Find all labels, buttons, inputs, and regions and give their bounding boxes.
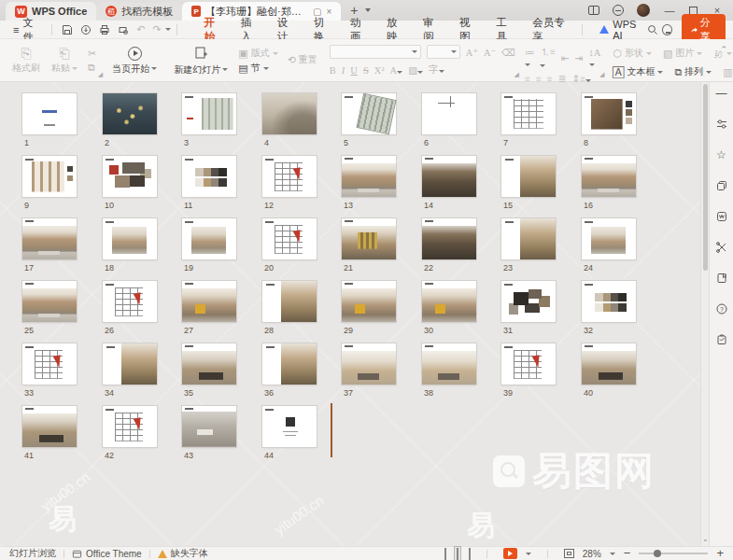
font-size-combo[interactable] [427, 45, 460, 59]
search-icon[interactable] [643, 24, 662, 35]
scroll-down-icon[interactable]: ⌄ [702, 535, 709, 543]
undo-icon[interactable]: ↶ [133, 23, 148, 35]
quickbar-chevron-icon[interactable] [165, 28, 171, 31]
slide-thumbnail-10[interactable] [103, 156, 157, 197]
strikethrough-button[interactable]: S [363, 65, 369, 76]
duplicate-slides-icon[interactable] [714, 178, 729, 193]
decrease-indent-button[interactable]: ⇤ [561, 52, 570, 63]
slide-thumbnail-30[interactable] [422, 281, 476, 322]
slide-thumbnail-11[interactable] [182, 156, 236, 197]
slide-thumbnail-35[interactable] [182, 343, 236, 385]
service-icon[interactable] [662, 24, 671, 35]
slide-thumbnail-17[interactable] [22, 218, 77, 259]
slide-thumbnail-23[interactable] [501, 218, 556, 259]
normal-view-button[interactable] [444, 549, 446, 559]
superscript-button[interactable]: X² [374, 65, 385, 76]
slideshow-options-chevron-icon[interactable] [526, 553, 531, 555]
slide-thumbnail-44[interactable] [262, 406, 317, 447]
slide-thumbnail-31[interactable] [501, 281, 556, 322]
clipboard-dialog-launcher[interactable]: ◢ [98, 71, 103, 78]
workspace-icon[interactable] [613, 5, 624, 16]
slide-thumbnail-20[interactable] [262, 218, 317, 259]
shrink-font-button[interactable]: A⁻ [484, 47, 496, 58]
arrange-button[interactable]: ⧉排列 [671, 64, 714, 79]
tools-icon[interactable] [714, 240, 729, 255]
font-dialog-launcher[interactable]: ◢ [515, 71, 519, 78]
cut-button[interactable]: ✂ [85, 47, 99, 61]
collapse-ribbon-icon[interactable]: ⌃ [720, 45, 727, 54]
redo-icon[interactable]: ↷ [148, 23, 164, 35]
slide-thumbnail-41[interactable] [22, 406, 77, 447]
slide-thumbnail-6[interactable] [422, 93, 476, 134]
slide-thumbnail-32[interactable] [582, 281, 636, 322]
zoom-slider[interactable] [639, 553, 708, 554]
slide-thumbnail-24[interactable] [582, 218, 636, 259]
numbering-button[interactable]: ⒈≡ [540, 46, 555, 69]
slide-thumbnail-14[interactable] [422, 156, 476, 197]
slide-sorter-view-button[interactable] [455, 547, 460, 560]
slide-thumbnail-43[interactable] [182, 406, 236, 447]
increase-indent-button[interactable]: ⇥ [575, 52, 584, 63]
user-avatar[interactable] [637, 4, 650, 17]
tab-docer-templates[interactable]: 稻 找稻壳模板 [96, 2, 182, 21]
clear-format-button[interactable]: ⌫ [501, 47, 515, 58]
slide-thumbnail-36[interactable] [262, 343, 317, 385]
font-name-combo[interactable] [330, 45, 421, 59]
slideshow-play-button[interactable] [503, 548, 517, 559]
export-pdf-icon[interactable] [77, 24, 95, 35]
effects-star-icon[interactable]: ☆ [714, 147, 729, 162]
slide-thumbnail-13[interactable] [342, 156, 396, 197]
grow-font-button[interactable]: A⁺ [466, 47, 478, 58]
slide-sorter-canvas[interactable]: 1234567891011121314151617181920212223242… [0, 82, 700, 546]
slide-thumbnail-1[interactable] [22, 93, 77, 134]
slide-thumbnail-38[interactable] [422, 343, 476, 385]
fit-slide-button[interactable] [564, 549, 574, 558]
zoom-percent[interactable]: 28% [583, 549, 601, 559]
slide-thumbnail-28[interactable] [262, 281, 317, 322]
slide-thumbnail-18[interactable] [103, 218, 157, 259]
slide-thumbnail-3[interactable] [182, 93, 236, 134]
scrollbar-thumb[interactable] [703, 84, 708, 271]
picture-button[interactable]: ▧图片 [660, 46, 705, 61]
template-clipboard-icon[interactable] [714, 332, 729, 347]
reading-view-button[interactable] [469, 549, 471, 559]
notebook-icon[interactable] [714, 271, 729, 286]
shapes-button[interactable]: ⬡形状 [610, 46, 655, 61]
vertical-scrollbar[interactable]: ⌄ [700, 82, 709, 546]
slide-thumbnail-15[interactable] [501, 156, 556, 197]
textbox-button[interactable]: 🄰文本框 [610, 64, 666, 79]
layout-button[interactable]: ▣版式 [235, 46, 280, 61]
print-icon[interactable] [95, 24, 114, 35]
paste-button[interactable]: ⎗ 粘贴 [48, 46, 81, 76]
tab-list-chevron-icon[interactable] [365, 8, 371, 12]
theme-indicator[interactable]: Office Theme [72, 549, 142, 559]
italic-button[interactable]: I [342, 65, 345, 76]
slide-thumbnail-4[interactable] [262, 93, 317, 134]
wps-ai-button[interactable]: WPS AI [599, 19, 643, 41]
slide-thumbnail-29[interactable] [342, 281, 396, 322]
slide-thumbnail-9[interactable] [22, 156, 77, 197]
font-color-button[interactable]: A [390, 65, 403, 76]
slide-thumbnail-37[interactable] [342, 343, 396, 385]
slide-thumbnail-39[interactable] [501, 343, 556, 385]
slide-thumbnail-25[interactable] [22, 281, 77, 322]
play-from-current-button[interactable]: 当页开始 [108, 46, 161, 77]
slide-thumbnail-33[interactable] [22, 343, 77, 385]
zoom-slider-thumb[interactable] [654, 550, 661, 557]
text-direction-button[interactable]: ↕A [589, 48, 601, 68]
help-icon[interactable]: ? [714, 301, 729, 316]
slide-thumbnail-27[interactable] [182, 281, 236, 322]
bold-button[interactable]: B [330, 65, 336, 76]
highlight-color-button[interactable]: ▨ [408, 64, 423, 76]
reset-button[interactable]: ⟲重置 [285, 52, 320, 67]
slide-thumbnail-7[interactable] [501, 93, 556, 134]
sidebar-collapse-icon[interactable]: — [714, 86, 729, 101]
zoom-in-button[interactable]: + [716, 549, 724, 558]
underline-button[interactable]: U [350, 65, 358, 76]
zoom-out-button[interactable]: − [624, 549, 631, 558]
wps-notes-icon[interactable] [714, 209, 729, 224]
new-slide-button[interactable]: 新建幻灯片 [170, 45, 232, 77]
text-effects-button[interactable]: 字 [429, 63, 444, 77]
save-icon[interactable] [58, 24, 77, 35]
slide-thumbnail-26[interactable] [103, 281, 157, 322]
